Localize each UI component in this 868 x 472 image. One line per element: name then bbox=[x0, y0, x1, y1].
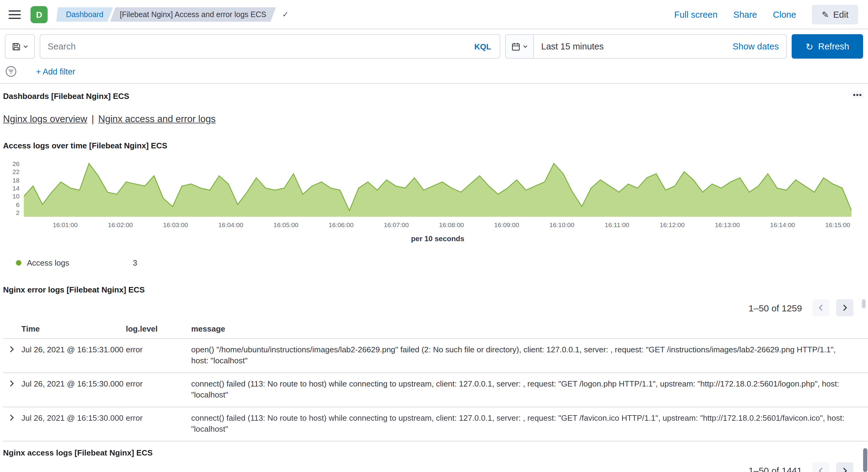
log-message: open() "/home/ubuntu/instructions/images… bbox=[191, 344, 868, 367]
log-time: Jul 26, 2021 @ 16:15:30.000 bbox=[21, 413, 126, 435]
log-level: error bbox=[126, 344, 191, 367]
date-picker: Last 15 minutes Show dates bbox=[505, 34, 787, 59]
link-separator: | bbox=[92, 114, 94, 124]
table-row: Jul 26, 2021 @ 16:15:30.000 error connec… bbox=[3, 373, 868, 407]
table-row: Jul 26, 2021 @ 16:15:30.000 error connec… bbox=[3, 407, 868, 441]
access-logs-panel: Nginx access logs [Filebeat Nginx] ECS 1… bbox=[3, 448, 868, 472]
expand-row-button[interactable] bbox=[8, 414, 15, 421]
chart-panel-title: Access logs over time [Filebeat Nginx] E… bbox=[3, 141, 868, 150]
legend-dot-icon bbox=[16, 260, 21, 265]
full-screen-button[interactable]: Full screen bbox=[674, 9, 718, 19]
refresh-icon: ↻ bbox=[806, 42, 813, 51]
table-row: Jul 26, 2021 @ 16:15:31.000 error open()… bbox=[3, 339, 868, 373]
markdown-panel-title: Dashboards [Filebeat Nginx] ECS bbox=[3, 92, 129, 101]
query-bar: KQL Last 15 minutes Show dates ↻ Refresh bbox=[0, 29, 868, 63]
chevron-right-icon bbox=[842, 467, 848, 472]
access-logs-chart-panel: Access logs over time [Filebeat Nginx] E… bbox=[3, 141, 868, 268]
error-logs-panel-title: Nginx error logs [Filebeat Nginx] ECS bbox=[3, 285, 868, 294]
log-message: connect() failed (113: No route to host)… bbox=[191, 413, 868, 435]
log-time: Jul 26, 2021 @ 16:15:31.000 bbox=[21, 344, 126, 367]
search-input[interactable] bbox=[40, 35, 466, 58]
save-icon bbox=[11, 42, 21, 51]
saved-check-icon: ✓ bbox=[282, 10, 289, 19]
dashboard-content: Dashboards [Filebeat Nginx] ECS Nginx lo… bbox=[0, 84, 868, 472]
access-logs-chart: 261014182226 16:01:0016:02:0016:03:0016:… bbox=[3, 159, 851, 243]
log-message: connect() failed (113: No route to host)… bbox=[191, 379, 868, 401]
add-filter-button[interactable]: + Add filter bbox=[36, 67, 75, 76]
breadcrumb-current-dashboard: [Filebeat Nginx] Access and error logs E… bbox=[110, 7, 276, 22]
markdown-links: Nginx logs overview|Nginx access and err… bbox=[3, 114, 868, 125]
column-header-time[interactable]: Time bbox=[21, 324, 126, 334]
top-nav: D Dashboard [Filebeat Nginx] Access and … bbox=[0, 0, 868, 29]
chart-x-axis-title: per 10 seconds bbox=[24, 234, 851, 243]
previous-page-button[interactable] bbox=[812, 462, 830, 472]
calendar-menu-button[interactable] bbox=[506, 35, 534, 58]
log-level: error bbox=[126, 413, 191, 435]
time-range-value[interactable]: Last 15 minutes bbox=[534, 41, 733, 51]
refresh-button[interactable]: ↻ Refresh bbox=[792, 34, 863, 59]
table-header: Time log.level message bbox=[3, 319, 868, 339]
link-nginx-access-and-error-logs[interactable]: Nginx access and error logs bbox=[98, 114, 216, 124]
filter-icon[interactable] bbox=[5, 66, 17, 77]
menu-icon[interactable] bbox=[8, 10, 21, 19]
edit-button[interactable]: ✎ Edit bbox=[812, 5, 858, 24]
edit-button-label: Edit bbox=[833, 9, 848, 19]
search-box: KQL bbox=[40, 34, 500, 59]
access-logs-pagination: 1–50 of 1441 bbox=[3, 461, 868, 472]
legend-value: 3 bbox=[133, 258, 137, 268]
access-logs-panel-title: Nginx access logs [Filebeat Nginx] ECS bbox=[3, 448, 868, 457]
chevron-left-icon bbox=[818, 304, 824, 311]
filter-bar: + Add filter bbox=[0, 63, 868, 84]
kibana-dashboard-app: D Dashboard [Filebeat Nginx] Access and … bbox=[0, 0, 868, 472]
show-dates-button[interactable]: Show dates bbox=[733, 41, 786, 51]
panel-options-icon[interactable] bbox=[851, 92, 864, 98]
calendar-icon bbox=[511, 42, 520, 51]
next-page-button[interactable] bbox=[836, 462, 853, 472]
chevron-down-icon bbox=[522, 43, 528, 50]
refresh-button-label: Refresh bbox=[818, 41, 849, 51]
error-logs-pagination: 1–50 of 1259 bbox=[3, 298, 868, 317]
next-page-button[interactable] bbox=[836, 299, 853, 316]
breadcrumb-dashboard[interactable]: Dashboard bbox=[56, 7, 113, 22]
chart-legend-item[interactable]: Access logs 3 bbox=[3, 258, 868, 268]
chevron-right-icon bbox=[8, 414, 15, 421]
chart-x-axis: 16:01:0016:02:0016:03:0016:04:0016:05:00… bbox=[24, 221, 851, 230]
log-level: error bbox=[126, 379, 191, 401]
column-header-message[interactable]: message bbox=[191, 324, 868, 334]
legend-label: Access logs bbox=[27, 258, 69, 268]
error-logs-panel: Nginx error logs [Filebeat Nginx] ECS 1–… bbox=[3, 285, 868, 441]
expand-row-button[interactable] bbox=[8, 380, 15, 387]
top-nav-actions: Full screen Share Clone ✎ Edit bbox=[674, 5, 859, 24]
saved-query-menu-button[interactable] bbox=[5, 34, 35, 59]
log-time: Jul 26, 2021 @ 16:15:30.000 bbox=[21, 379, 126, 401]
previous-page-button[interactable] bbox=[812, 299, 830, 316]
markdown-panel: Dashboards [Filebeat Nginx] ECS Nginx lo… bbox=[3, 84, 868, 125]
chevron-left-icon bbox=[818, 467, 824, 472]
clone-button[interactable]: Clone bbox=[773, 9, 796, 19]
chevron-down-icon bbox=[22, 43, 28, 50]
pencil-icon: ✎ bbox=[822, 9, 829, 19]
chart-plot[interactable] bbox=[24, 159, 851, 217]
pagination-range: 1–50 of 1441 bbox=[749, 465, 802, 472]
chevron-right-icon bbox=[842, 304, 848, 311]
kql-language-button[interactable]: KQL bbox=[466, 42, 500, 51]
chevron-right-icon bbox=[8, 380, 15, 387]
page-scrollbar-thumb[interactable] bbox=[863, 448, 867, 472]
expand-row-button[interactable] bbox=[8, 346, 15, 353]
chart-y-axis: 261014182226 bbox=[3, 159, 24, 217]
space-avatar[interactable]: D bbox=[31, 6, 48, 23]
share-button[interactable]: Share bbox=[733, 9, 757, 19]
column-header-log-level[interactable]: log.level bbox=[126, 324, 191, 334]
link-nginx-logs-overview[interactable]: Nginx logs overview bbox=[3, 114, 87, 124]
chevron-right-icon bbox=[8, 346, 15, 353]
grid-scrollbar-thumb[interactable] bbox=[862, 299, 866, 308]
pagination-range: 1–50 of 1259 bbox=[749, 303, 802, 313]
breadcrumb: Dashboard [Filebeat Nginx] Access and er… bbox=[56, 7, 276, 22]
